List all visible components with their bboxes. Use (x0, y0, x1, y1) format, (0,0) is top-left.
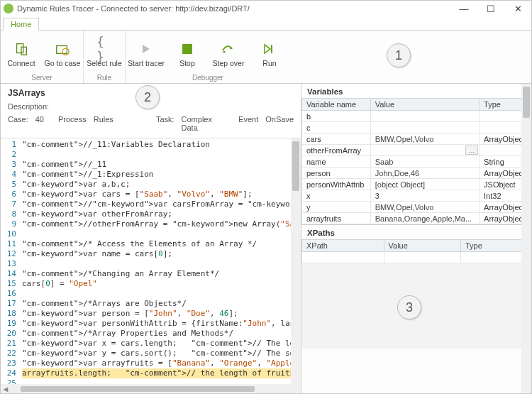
variables-panel: Variables Variable nameValueTypebccarsBM… (301, 84, 531, 225)
code-hscroll[interactable]: ◄ (1, 384, 301, 394)
gotocase-label: Go to case (45, 59, 81, 67)
svg-rect-0 (17, 43, 23, 53)
stop-button[interactable]: Stop (167, 31, 208, 73)
event-value: OnSave (265, 115, 294, 132)
group-server-label: Server (1, 73, 83, 83)
ribbon-group-rule: { } Select rule Rule (84, 31, 126, 83)
tab-home[interactable]: Home (3, 18, 39, 31)
right-vscroll[interactable] (521, 84, 531, 394)
xpaths-col-header[interactable]: Value (384, 240, 460, 252)
variables-row[interactable]: otherFromArray… (302, 145, 531, 156)
run-label: Run (262, 59, 276, 67)
callout-1: 1 (387, 43, 411, 67)
xpaths-col-header[interactable]: XPath (302, 240, 384, 252)
variables-row[interactable]: c (302, 122, 531, 133)
xpaths-body: 3 (301, 263, 531, 349)
window-controls: — ☐ ✕ (450, 1, 531, 16)
event-label: Event (238, 115, 258, 132)
stepover-icon (221, 41, 236, 57)
variables-row[interactable]: personJohn,Doe,46ArrayObject (302, 168, 531, 179)
gotocase-button[interactable]: Go to case (42, 31, 83, 73)
close-button[interactable]: ✕ (504, 1, 531, 16)
variables-row[interactable]: b (302, 111, 531, 122)
svg-rect-1 (21, 47, 26, 55)
variables-row[interactable]: arrayfruitsBanana,Orange,Apple,Ma...Arra… (302, 213, 531, 224)
run-button[interactable]: Run (249, 31, 290, 73)
connect-label: Connect (7, 59, 35, 67)
ellipsis-button[interactable]: … (465, 146, 478, 155)
variables-row[interactable]: x3Int32 (302, 190, 531, 202)
stepover-label: Step over (213, 59, 245, 67)
stop-label: Stop (179, 59, 195, 67)
ribbon-group-debugger: Start tracer Stop Step over Run Debugger (126, 31, 290, 83)
xpaths-col-header[interactable]: Type (460, 240, 531, 252)
ribbon-tabstrip: Home (1, 16, 531, 31)
main-split: JSArrays Description: Case: 40 Process R… (1, 84, 531, 394)
group-debugger-label: Debugger (126, 73, 290, 83)
code-vscroll[interactable] (291, 138, 301, 384)
code-gutter: 1234567891011121314151617181920212223242… (1, 138, 19, 384)
task-value: Complex Data (182, 115, 225, 132)
starttracer-label: Start tracer (128, 59, 165, 67)
titlebar: Dynamic Rules Tracer - Connected to serv… (1, 1, 531, 16)
code-body[interactable]: "cm-comment">//_11:Variables Declaration… (19, 138, 301, 384)
case-icon (55, 41, 70, 57)
variables-col-header[interactable]: Variable name (302, 99, 371, 111)
starttracer-button[interactable]: Start tracer (126, 31, 167, 73)
case-label: Case: (8, 115, 28, 132)
case-value: 40 (35, 115, 44, 132)
xpaths-title: XPaths (301, 225, 531, 239)
window-title: Dynamic Rules Tracer - Connected to serv… (17, 4, 450, 13)
variables-grid[interactable]: Variable nameValueTypebccarsBMW,Opel,Vol… (301, 98, 531, 224)
task-label: Task: (156, 115, 174, 132)
right-panel: Variables Variable nameValueTypebccarsBM… (301, 84, 531, 394)
stepover-button[interactable]: Step over (208, 31, 249, 73)
variables-row[interactable]: yBMW,Opel,VolvoArrayObject (302, 202, 531, 213)
xpaths-grid[interactable]: XPathValueType (301, 239, 531, 263)
process-value: Rules (94, 115, 113, 132)
selectrule-button[interactable]: { } Select rule (84, 31, 125, 73)
selectrule-label: Select rule (87, 59, 122, 67)
svg-rect-4 (182, 44, 192, 54)
variables-row[interactable]: carsBMW,Opel,VolvoArrayObject (302, 133, 531, 145)
code-editor[interactable]: 1234567891011121314151617181920212223242… (1, 138, 301, 384)
rule-header: JSArrays Description: Case: 40 Process R… (1, 84, 301, 138)
ribbon: Connect Go to case Server { } Select rul… (1, 31, 531, 84)
run-icon (262, 41, 277, 57)
ribbon-group-server: Connect Go to case Server (1, 31, 84, 83)
svg-point-5 (223, 50, 225, 53)
callout-2: 2 (135, 85, 160, 109)
braces-icon: { } (96, 41, 112, 57)
maximize-button[interactable]: ☐ (477, 1, 504, 16)
stop-icon (179, 41, 195, 57)
xpaths-panel: XPaths XPathValueType 3 (301, 225, 531, 394)
variables-row[interactable]: personWithAttrib[object Object]JSObject (302, 179, 531, 190)
variables-col-header[interactable]: Value (370, 99, 479, 111)
minimize-button[interactable]: — (450, 1, 477, 16)
group-rule-label: Rule (84, 73, 125, 83)
svg-rect-6 (271, 45, 272, 53)
connect-icon (13, 41, 29, 57)
variables-title: Variables (301, 84, 531, 98)
variables-row[interactable]: nameSaabString (302, 156, 531, 168)
connect-button[interactable]: Connect (1, 31, 42, 73)
app-icon (4, 4, 13, 13)
callout-3: 3 (397, 295, 421, 319)
process-label: Process (58, 115, 87, 132)
xpaths-row[interactable] (302, 252, 531, 263)
svg-rect-2 (57, 45, 67, 53)
play-icon (138, 41, 154, 57)
description-label: Description: (8, 102, 49, 111)
left-panel: JSArrays Description: Case: 40 Process R… (1, 84, 301, 394)
